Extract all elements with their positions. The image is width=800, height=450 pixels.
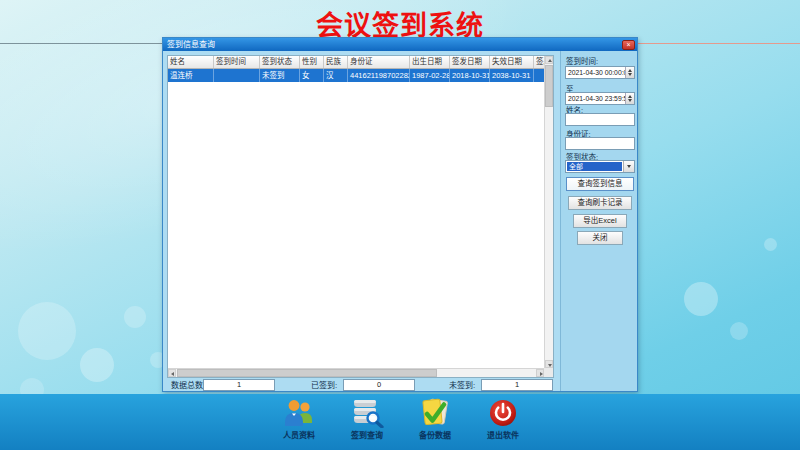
scroll-up-icon[interactable]: [545, 56, 553, 64]
column-header[interactable]: 失效日期: [490, 56, 534, 68]
signed-count-label: 已签到:: [311, 379, 337, 392]
query-records-button[interactable]: 查询刷卡记录: [568, 196, 632, 210]
status-selected-value: 全部: [567, 162, 622, 171]
bubble-decoration: [124, 306, 146, 328]
signed-count-field: 0: [343, 379, 415, 391]
column-header[interactable]: 性别: [300, 56, 324, 68]
scroll-left-icon[interactable]: [168, 369, 176, 377]
bubble-decoration: [80, 348, 114, 382]
dock-item-label: 退出软件: [475, 429, 531, 440]
column-header[interactable]: 签到状态: [260, 56, 300, 68]
close-icon[interactable]: ×: [622, 40, 635, 50]
cell-name: 温连桥: [168, 69, 214, 82]
status-select[interactable]: 全部: [565, 160, 635, 173]
dialog-title: 签到信息查询: [167, 38, 215, 51]
id-input[interactable]: [565, 137, 635, 150]
cell-issue-date: 2018-10-31: [450, 69, 490, 82]
personnel-data-button[interactable]: 人员资料: [271, 398, 327, 440]
dock: 人员资料 签到查询 备份数据: [271, 398, 531, 440]
bubble-decoration: [18, 302, 76, 360]
close-dialog-button[interactable]: 关闭: [577, 231, 623, 245]
dock-item-label: 人员资料: [271, 429, 327, 440]
horizontal-scrollbar[interactable]: [168, 368, 544, 377]
chevron-down-icon[interactable]: [623, 161, 634, 172]
bubble-decoration: [764, 238, 777, 251]
cell-ethnicity: 汉: [324, 69, 348, 82]
scrollbar-corner: [544, 368, 553, 377]
cell-gender: 女: [300, 69, 324, 82]
horizontal-scroll-thumb[interactable]: [177, 369, 437, 377]
table-viewport: 姓名 签到时间 签到状态 性别 民族 身份证 出生日期 签发日期 失效日期 签发…: [168, 56, 544, 368]
column-header[interactable]: 签发日期: [450, 56, 490, 68]
cell-birth-date: 1987-02-28: [410, 69, 450, 82]
bubble-decoration: [730, 322, 748, 340]
time-from-picker[interactable]: 2021-04-30 00:00:00: [565, 66, 635, 79]
cell-checkin-status: 未签到: [260, 69, 300, 82]
backup-check-icon: [417, 398, 453, 428]
query-checkin-button[interactable]: 查询签到信息: [566, 177, 634, 191]
total-count-field: 1: [203, 379, 275, 391]
column-header[interactable]: 签到时间: [214, 56, 260, 68]
time-to-value: 2021-04-30 23:59:59: [568, 94, 631, 104]
cell-expiry-date: 2038-10-31: [490, 69, 534, 82]
dock-item-label: 签到查询: [339, 429, 395, 440]
column-header[interactable]: 身份证: [348, 56, 410, 68]
scroll-down-icon[interactable]: [545, 360, 553, 368]
column-header[interactable]: 民族: [324, 56, 348, 68]
vertical-scrollbar[interactable]: [544, 56, 553, 368]
export-excel-button[interactable]: 导出Excel: [573, 214, 627, 228]
bubble-decoration: [684, 282, 718, 316]
column-header[interactable]: 签发机关: [534, 56, 544, 68]
taskbar: 人员资料 签到查询 备份数据: [0, 394, 800, 450]
exit-software-button[interactable]: 退出软件: [475, 398, 531, 440]
spinner-icon[interactable]: [625, 93, 634, 104]
dialog-titlebar[interactable]: 签到信息查询 ×: [163, 38, 637, 51]
time-from-value: 2021-04-30 00:00:00: [568, 68, 631, 78]
cell-checkin-time: [214, 69, 260, 82]
name-input[interactable]: [565, 113, 635, 126]
dock-item-label: 备份数据: [407, 429, 463, 440]
spinner-icon[interactable]: [625, 67, 634, 78]
table-row[interactable]: 温连桥 未签到 女 汉 441621198702282481 1987-02-2…: [168, 69, 544, 82]
checkin-time-label: 签到时间:: [566, 55, 598, 66]
checkin-table: 姓名 签到时间 签到状态 性别 民族 身份证 出生日期 签发日期 失效日期 签发…: [167, 55, 554, 378]
scroll-right-icon[interactable]: [536, 369, 544, 377]
column-header[interactable]: 出生日期: [410, 56, 450, 68]
unsigned-count-label: 未签到:: [449, 379, 475, 392]
cell-id-number: 441621198702282481: [348, 69, 410, 82]
unsigned-count-field: 1: [481, 379, 553, 391]
divider-right: [637, 43, 800, 44]
total-count-label: 数据总数:: [171, 379, 205, 392]
checkin-query-dialog: 签到信息查询 × 姓名 签到时间 签到状态 性别 民族 身份证 出生日期 签发日…: [162, 37, 638, 392]
database-search-icon: [349, 398, 385, 428]
checkin-query-button[interactable]: 签到查询: [339, 398, 395, 440]
divider-left: [0, 43, 163, 44]
query-panel: 签到时间: 2021-04-30 00:00:00 至 2021-04-30 2…: [560, 51, 637, 391]
users-icon: [281, 398, 317, 428]
table-header-row: 姓名 签到时间 签到状态 性别 民族 身份证 出生日期 签发日期 失效日期 签发…: [168, 56, 544, 69]
column-header[interactable]: 姓名: [168, 56, 214, 68]
vertical-scroll-thumb[interactable]: [545, 65, 553, 107]
cell-authority: [534, 69, 544, 82]
backup-data-button[interactable]: 备份数据: [407, 398, 463, 440]
power-icon: [485, 398, 521, 428]
